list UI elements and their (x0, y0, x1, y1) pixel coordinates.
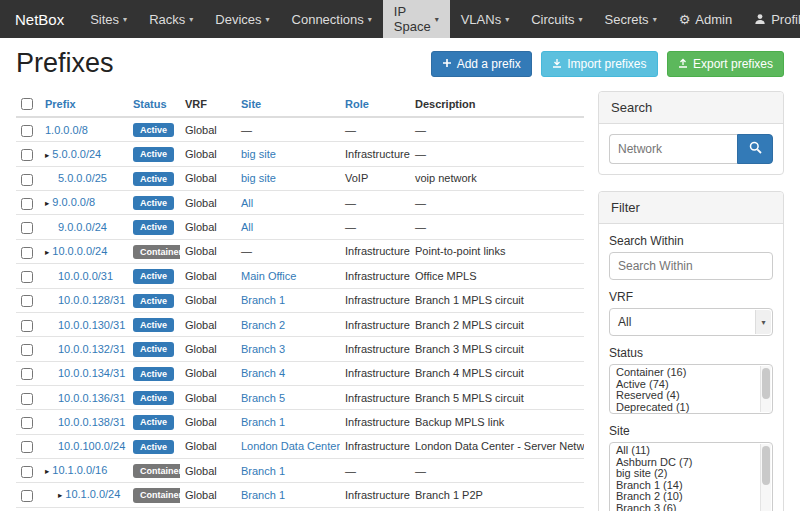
sort-status-header[interactable]: Status (133, 98, 167, 110)
status-option[interactable]: Deprecated (1) (611, 402, 758, 414)
site-link[interactable]: All (241, 221, 253, 233)
nav-item-connections[interactable]: Connections▾ (281, 0, 383, 38)
site-link[interactable]: big site (241, 148, 276, 160)
row-checkbox[interactable] (21, 125, 33, 137)
sort-prefix-header[interactable]: Prefix (45, 98, 76, 110)
site-link[interactable]: Main Office (241, 270, 296, 282)
nav-item-circuits[interactable]: Circuits▾ (520, 0, 593, 38)
search-button[interactable] (737, 134, 773, 164)
site-link[interactable]: Branch 1 (241, 465, 285, 477)
prefix-link[interactable]: 10.0.0.132/31 (58, 343, 125, 355)
chevron-down-icon: ▾ (579, 15, 583, 24)
nav-item-label: VLANs (461, 12, 501, 27)
prefix-link[interactable]: 5.0.0.0/25 (58, 172, 107, 184)
table-row: ▸9.0.0.0/24 Active Global All — — (16, 215, 584, 239)
site-link[interactable]: Branch 3 (241, 343, 285, 355)
prefix-link[interactable]: 10.0.0.0/31 (58, 270, 113, 282)
nav-item-sites[interactable]: Sites▾ (79, 0, 138, 38)
scrollbar[interactable] (760, 444, 771, 511)
row-checkbox[interactable] (21, 490, 33, 502)
admin-label: Admin (695, 12, 732, 27)
prefix-link[interactable]: 10.0.0.136/31 (58, 392, 125, 404)
row-checkbox[interactable] (21, 417, 33, 429)
row-checkbox[interactable] (21, 149, 33, 161)
prefix-link[interactable]: 10.1.0.0/16 (52, 464, 107, 476)
profile-link[interactable]: Profile (743, 0, 800, 38)
prefix-link[interactable]: 10.0.0.134/31 (58, 367, 125, 379)
row-checkbox[interactable] (21, 198, 33, 210)
prefix-link[interactable]: 9.0.0.0/24 (58, 221, 107, 233)
role-cell: — (340, 507, 410, 511)
nav-item-ip-space[interactable]: IP Space▾ (383, 0, 450, 38)
site-link[interactable]: Branch 1 (241, 416, 285, 428)
search-input[interactable] (609, 134, 737, 164)
status-multiselect[interactable]: Container (16) Active (74) Reserved (4) … (609, 364, 773, 414)
site-link: — (241, 124, 252, 136)
page-title: Prefixes (16, 48, 114, 79)
prefix-link[interactable]: 10.0.100.0/24 (58, 440, 125, 452)
prefix-link[interactable]: 10.1.0.0/24 (65, 488, 120, 500)
sort-site-header[interactable]: Site (241, 98, 261, 110)
status-option[interactable]: Active (74) (611, 379, 758, 391)
vrf-select[interactable]: All ▾ (609, 308, 773, 336)
nav-item-secrets[interactable]: Secrets▾ (594, 0, 668, 38)
nav-item-vlans[interactable]: VLANs▾ (450, 0, 520, 38)
role-cell: — (340, 458, 410, 482)
role-cell: Infrastructure (340, 361, 410, 385)
row-checkbox[interactable] (21, 295, 33, 307)
admin-link[interactable]: ⚙ Admin (668, 0, 744, 38)
scrollbar[interactable] (760, 366, 771, 412)
site-link[interactable]: Branch 1 (241, 294, 285, 306)
status-option[interactable]: Reserved (4) (611, 390, 758, 402)
prefix-link[interactable]: 10.0.0.138/31 (58, 416, 125, 428)
profile-label: Profile (771, 12, 800, 27)
vrf-cell: Global (180, 239, 236, 263)
chevron-down-icon: ▾ (368, 15, 372, 24)
status-option[interactable]: Container (16) (611, 367, 758, 379)
export-prefixes-button[interactable]: Export prefixes (667, 51, 784, 77)
site-option[interactable]: Branch 3 (6) (611, 503, 758, 511)
prefix-link[interactable]: 1.0.0.0/8 (45, 124, 88, 136)
prefix-link[interactable]: 10.0.0.0/24 (52, 245, 107, 257)
row-checkbox[interactable] (21, 271, 33, 283)
table-row: ▸10.0.100.0/24 Active Global London Data… (16, 434, 584, 458)
row-checkbox[interactable] (21, 466, 33, 478)
add-prefix-button[interactable]: Add a prefix (431, 51, 532, 77)
site-link[interactable]: big site (241, 172, 276, 184)
search-within-input[interactable] (609, 252, 773, 280)
site-link[interactable]: Branch 1 (241, 489, 285, 501)
row-checkbox[interactable] (21, 320, 33, 332)
site-option[interactable]: Branch 1 (14) (611, 480, 758, 492)
site-option[interactable]: All (11) (611, 445, 758, 457)
prefix-link[interactable]: 10.0.0.128/31 (58, 294, 125, 306)
row-checkbox[interactable] (21, 247, 33, 259)
sort-role-header[interactable]: Role (345, 98, 369, 110)
prefix-link[interactable]: 10.0.0.130/31 (58, 319, 125, 331)
nav-item-racks[interactable]: Racks▾ (138, 0, 204, 38)
status-badge: Active (133, 269, 174, 283)
nav-item-devices[interactable]: Devices▾ (204, 0, 280, 38)
row-checkbox[interactable] (21, 174, 33, 186)
import-prefixes-button[interactable]: Import prefixes (541, 51, 657, 77)
vrf-cell: Global (180, 215, 236, 239)
site-link[interactable]: Branch 5 (241, 392, 285, 404)
site-multiselect[interactable]: All (11) Ashburn DC (7) big site (2) Bra… (609, 442, 773, 511)
description-cell: Branch 1 P2P (410, 483, 584, 507)
row-checkbox[interactable] (21, 222, 33, 234)
site-option[interactable]: Ashburn DC (7) (611, 457, 758, 469)
prefix-link[interactable]: 9.0.0.0/8 (52, 196, 95, 208)
expand-arrow-icon: ▸ (45, 198, 49, 208)
row-checkbox[interactable] (21, 368, 33, 380)
prefix-link[interactable]: 5.0.0.0/24 (52, 148, 101, 160)
site-link[interactable]: Branch 2 (241, 319, 285, 331)
row-checkbox[interactable] (21, 344, 33, 356)
site-link[interactable]: Branch 4 (241, 367, 285, 379)
row-checkbox[interactable] (21, 441, 33, 453)
brand[interactable]: NetBox (0, 0, 79, 38)
site-link[interactable]: All (241, 197, 253, 209)
site-option[interactable]: Branch 2 (10) (611, 491, 758, 503)
row-checkbox[interactable] (21, 393, 33, 405)
select-all-checkbox[interactable] (21, 98, 33, 110)
site-link[interactable]: London Data Center (241, 440, 340, 452)
site-option[interactable]: big site (2) (611, 468, 758, 480)
